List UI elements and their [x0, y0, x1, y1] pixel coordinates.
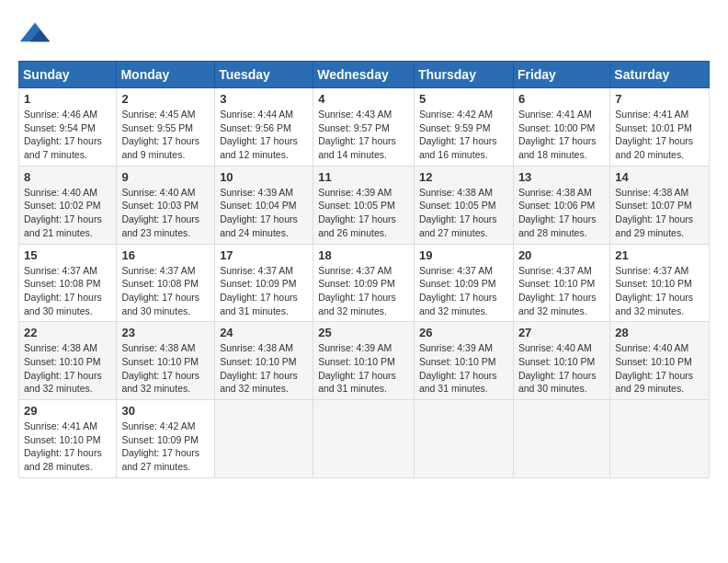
day-of-week-header: Monday — [117, 62, 215, 88]
calendar-week-row: 22Sunrise: 4:38 AMSunset: 10:10 PMDaylig… — [19, 322, 710, 400]
day-info: Sunrise: 4:41 AMSunset: 10:01 PMDaylight… — [615, 108, 704, 162]
day-number: 5 — [419, 92, 508, 106]
day-of-week-header: Wednesday — [313, 62, 415, 88]
calendar-cell — [313, 400, 415, 478]
calendar-cell: 4Sunrise: 4:43 AMSunset: 9:57 PMDaylight… — [313, 88, 415, 167]
logo — [18, 18, 55, 52]
day-number: 11 — [318, 170, 409, 184]
day-number: 28 — [615, 326, 704, 339]
calendar-week-row: 8Sunrise: 4:40 AMSunset: 10:02 PMDayligh… — [19, 166, 710, 244]
day-info: Sunrise: 4:37 AMSunset: 10:09 PMDaylight… — [318, 264, 409, 318]
day-info: Sunrise: 4:39 AMSunset: 10:10 PMDaylight… — [419, 341, 508, 396]
day-info: Sunrise: 4:40 AMSunset: 10:02 PMDaylight… — [24, 186, 111, 240]
day-number: 10 — [220, 170, 308, 184]
day-info: Sunrise: 4:41 AMSunset: 10:10 PMDaylight… — [24, 419, 111, 474]
calendar-cell: 20Sunrise: 4:37 AMSunset: 10:10 PMDaylig… — [513, 244, 609, 322]
calendar-cell: 19Sunrise: 4:37 AMSunset: 10:09 PMDaylig… — [414, 244, 513, 322]
calendar-cell: 15Sunrise: 4:37 AMSunset: 10:08 PMDaylig… — [19, 244, 117, 322]
day-info: Sunrise: 4:46 AMSunset: 9:54 PMDaylight:… — [24, 108, 111, 162]
calendar-cell: 3Sunrise: 4:44 AMSunset: 9:56 PMDaylight… — [215, 88, 313, 167]
calendar-cell: 21Sunrise: 4:37 AMSunset: 10:10 PMDaylig… — [610, 244, 710, 322]
day-number: 16 — [121, 248, 210, 262]
day-info: Sunrise: 4:37 AMSunset: 10:10 PMDaylight… — [518, 264, 605, 318]
calendar-cell — [513, 400, 609, 478]
day-info: Sunrise: 4:37 AMSunset: 10:09 PMDaylight… — [419, 264, 508, 318]
day-number: 26 — [419, 326, 508, 339]
day-number: 27 — [518, 326, 605, 339]
day-number: 3 — [220, 92, 308, 106]
calendar-table: SundayMondayTuesdayWednesdayThursdayFrid… — [18, 61, 710, 478]
calendar-week-row: 29Sunrise: 4:41 AMSunset: 10:10 PMDaylig… — [19, 400, 710, 478]
day-number: 22 — [24, 326, 111, 339]
day-number: 21 — [615, 248, 704, 262]
day-number: 1 — [24, 92, 111, 106]
calendar-cell: 24Sunrise: 4:38 AMSunset: 10:10 PMDaylig… — [215, 322, 313, 400]
day-number: 8 — [24, 170, 111, 184]
day-number: 7 — [615, 92, 704, 106]
calendar-cell: 1Sunrise: 4:46 AMSunset: 9:54 PMDaylight… — [19, 88, 117, 167]
day-of-week-header: Thursday — [414, 62, 513, 88]
calendar-cell: 12Sunrise: 4:38 AMSunset: 10:05 PMDaylig… — [414, 166, 513, 244]
day-of-week-header: Saturday — [610, 62, 710, 88]
calendar-cell — [610, 400, 710, 478]
day-info: Sunrise: 4:39 AMSunset: 10:04 PMDaylight… — [220, 186, 308, 240]
day-number: 15 — [24, 248, 111, 262]
calendar-cell — [215, 400, 313, 478]
calendar-cell: 22Sunrise: 4:38 AMSunset: 10:10 PMDaylig… — [19, 322, 117, 400]
day-of-week-header: Sunday — [19, 62, 117, 88]
calendar-cell: 28Sunrise: 4:40 AMSunset: 10:10 PMDaylig… — [610, 322, 710, 400]
calendar-cell: 7Sunrise: 4:41 AMSunset: 10:01 PMDayligh… — [610, 88, 710, 167]
day-info: Sunrise: 4:40 AMSunset: 10:03 PMDaylight… — [121, 186, 210, 240]
calendar-cell: 8Sunrise: 4:40 AMSunset: 10:02 PMDayligh… — [19, 166, 117, 244]
day-info: Sunrise: 4:42 AMSunset: 9:59 PMDaylight:… — [419, 108, 508, 162]
day-number: 6 — [518, 92, 605, 106]
day-number: 9 — [121, 170, 210, 184]
day-number: 29 — [24, 404, 111, 418]
day-number: 30 — [121, 404, 210, 418]
day-info: Sunrise: 4:37 AMSunset: 10:08 PMDaylight… — [121, 264, 210, 318]
calendar-cell: 6Sunrise: 4:41 AMSunset: 10:00 PMDayligh… — [513, 88, 609, 167]
calendar-cell: 30Sunrise: 4:42 AMSunset: 10:09 PMDaylig… — [117, 400, 215, 478]
calendar-week-row: 1Sunrise: 4:46 AMSunset: 9:54 PMDaylight… — [19, 88, 710, 167]
day-number: 19 — [419, 248, 508, 262]
calendar-cell: 29Sunrise: 4:41 AMSunset: 10:10 PMDaylig… — [19, 400, 117, 478]
calendar-header-row: SundayMondayTuesdayWednesdayThursdayFrid… — [19, 62, 710, 88]
day-info: Sunrise: 4:37 AMSunset: 10:09 PMDaylight… — [220, 264, 308, 318]
day-number: 23 — [121, 326, 210, 339]
day-number: 17 — [220, 248, 308, 262]
day-info: Sunrise: 4:38 AMSunset: 10:10 PMDaylight… — [24, 341, 111, 396]
calendar-cell: 26Sunrise: 4:39 AMSunset: 10:10 PMDaylig… — [414, 322, 513, 400]
calendar-cell: 9Sunrise: 4:40 AMSunset: 10:03 PMDayligh… — [117, 166, 215, 244]
calendar-cell: 23Sunrise: 4:38 AMSunset: 10:10 PMDaylig… — [117, 322, 215, 400]
day-info: Sunrise: 4:42 AMSunset: 10:09 PMDaylight… — [121, 419, 210, 474]
calendar-week-row: 15Sunrise: 4:37 AMSunset: 10:08 PMDaylig… — [19, 244, 710, 322]
day-number: 25 — [318, 326, 409, 339]
day-info: Sunrise: 4:45 AMSunset: 9:55 PMDaylight:… — [121, 108, 210, 162]
calendar-cell: 25Sunrise: 4:39 AMSunset: 10:10 PMDaylig… — [313, 322, 415, 400]
calendar-cell: 18Sunrise: 4:37 AMSunset: 10:09 PMDaylig… — [313, 244, 415, 322]
day-info: Sunrise: 4:38 AMSunset: 10:07 PMDaylight… — [615, 186, 704, 240]
day-info: Sunrise: 4:39 AMSunset: 10:10 PMDaylight… — [318, 341, 409, 396]
day-info: Sunrise: 4:38 AMSunset: 10:05 PMDaylight… — [419, 186, 508, 240]
day-of-week-header: Friday — [513, 62, 609, 88]
day-number: 12 — [419, 170, 508, 184]
calendar-cell: 10Sunrise: 4:39 AMSunset: 10:04 PMDaylig… — [215, 166, 313, 244]
page-header — [18, 18, 710, 52]
day-info: Sunrise: 4:41 AMSunset: 10:00 PMDaylight… — [518, 108, 605, 162]
calendar-cell: 2Sunrise: 4:45 AMSunset: 9:55 PMDaylight… — [117, 88, 215, 167]
day-info: Sunrise: 4:37 AMSunset: 10:08 PMDaylight… — [24, 264, 111, 318]
calendar-cell: 13Sunrise: 4:38 AMSunset: 10:06 PMDaylig… — [513, 166, 609, 244]
calendar-cell: 14Sunrise: 4:38 AMSunset: 10:07 PMDaylig… — [610, 166, 710, 244]
day-number: 14 — [615, 170, 704, 184]
day-number: 18 — [318, 248, 409, 262]
day-info: Sunrise: 4:37 AMSunset: 10:10 PMDaylight… — [615, 264, 704, 318]
calendar-cell: 5Sunrise: 4:42 AMSunset: 9:59 PMDaylight… — [414, 88, 513, 167]
day-number: 24 — [220, 326, 308, 339]
calendar-cell: 27Sunrise: 4:40 AMSunset: 10:10 PMDaylig… — [513, 322, 609, 400]
day-info: Sunrise: 4:38 AMSunset: 10:10 PMDaylight… — [121, 341, 210, 396]
day-info: Sunrise: 4:38 AMSunset: 10:10 PMDaylight… — [220, 341, 308, 396]
calendar-cell: 11Sunrise: 4:39 AMSunset: 10:05 PMDaylig… — [313, 166, 415, 244]
day-info: Sunrise: 4:40 AMSunset: 10:10 PMDaylight… — [615, 341, 704, 396]
calendar-cell — [414, 400, 513, 478]
logo-icon — [18, 18, 51, 52]
